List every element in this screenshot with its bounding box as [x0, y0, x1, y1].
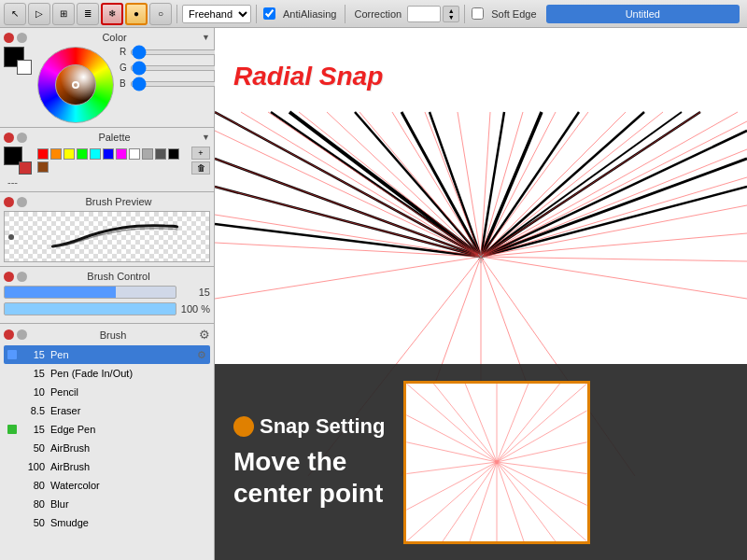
- soft-edge-label: Soft Edge: [491, 8, 536, 20]
- antialias-checkbox[interactable]: [263, 7, 275, 20]
- brush-item-9[interactable]: 50 Smudge: [4, 513, 210, 532]
- brush-item-5[interactable]: 50 AirBrush: [4, 439, 210, 457]
- brush-item-4[interactable]: 15 Edge Pen: [4, 420, 210, 439]
- move-center-text: Move the center point: [233, 446, 385, 509]
- correction-input[interactable]: 0: [407, 6, 441, 22]
- size-slider[interactable]: [4, 286, 176, 299]
- b-label: B: [120, 78, 129, 89]
- brush-settings-0[interactable]: ⚙: [197, 349, 206, 361]
- bp-collapse[interactable]: [17, 197, 27, 207]
- info-text-area: Snap Setting Move the center point: [233, 414, 385, 509]
- size-row: 15: [4, 286, 210, 299]
- bl-collapse[interactable]: [17, 329, 27, 340]
- brush-item-3[interactable]: 8.5 Eraser: [4, 401, 210, 420]
- color-wheel-container[interactable]: [37, 47, 114, 123]
- color-wheel-cursor: [72, 81, 79, 89]
- bc-close[interactable]: [4, 272, 14, 282]
- brush-color-5: [7, 443, 17, 453]
- palette-expand[interactable]: ▼: [202, 133, 210, 142]
- brush-list-section: Brush ⚙ 15 Pen ⚙ 15 Pen (Fade In/Out) 10…: [0, 324, 214, 560]
- color-close-btn[interactable]: [4, 33, 14, 43]
- bc-collapse[interactable]: [17, 272, 27, 282]
- palette-dash: ---: [4, 176, 210, 188]
- palette-item[interactable]: [90, 148, 101, 160]
- color-header: Color ▼: [4, 32, 210, 43]
- tool-next[interactable]: ▷: [28, 3, 50, 25]
- bp-controls: [4, 197, 27, 207]
- palette-del-btn[interactable]: 🗑: [191, 161, 210, 175]
- tool-radial[interactable]: ❄: [101, 3, 123, 25]
- brush-gear-icon[interactable]: ⚙: [199, 328, 210, 342]
- palette-item[interactable]: [77, 148, 88, 160]
- document-title: Untitled: [546, 5, 740, 23]
- canvas-area[interactable]: Radial Snap Snap Setting Move the center…: [215, 28, 747, 560]
- thumbnail-preview: [403, 381, 590, 544]
- tool-grid2[interactable]: ≣: [77, 3, 99, 25]
- bp-close[interactable]: [4, 197, 14, 207]
- move-center-line2: center point: [233, 478, 385, 510]
- move-center-line1: Move the: [233, 446, 385, 478]
- brush-color-1: [7, 369, 17, 378]
- brush-item-1[interactable]: 15 Pen (Fade In/Out): [4, 364, 210, 383]
- brush-color-9: [7, 518, 17, 527]
- brush-color-8: [7, 499, 17, 509]
- brush-num-4: 15: [22, 424, 45, 435]
- info-panel: Snap Setting Move the center point: [215, 364, 747, 560]
- color-collapse-btn[interactable]: [17, 33, 27, 43]
- brush-color-6: [7, 462, 17, 471]
- palette-item[interactable]: [63, 148, 75, 160]
- opacity-slider[interactable]: [4, 302, 176, 315]
- correction-label: Correction: [354, 8, 402, 20]
- palette-item[interactable]: [103, 148, 114, 160]
- brush-num-7: 80: [22, 480, 45, 491]
- palette-item[interactable]: [142, 148, 153, 160]
- tool-circle[interactable]: ○: [149, 3, 172, 25]
- fg-bg-swatches: [4, 47, 32, 75]
- color-expand[interactable]: ▼: [202, 33, 210, 42]
- tool-move[interactable]: ↖: [4, 3, 26, 25]
- palette-grid: [37, 148, 186, 173]
- opacity-row: 100 %: [4, 302, 210, 315]
- palette-item[interactable]: [37, 148, 49, 160]
- palette-item[interactable]: [116, 148, 127, 160]
- brush-name-0: Pen: [50, 349, 191, 360]
- palette-collapse[interactable]: [17, 133, 27, 143]
- palette-add-btn[interactable]: +: [191, 147, 210, 160]
- orange-dot-icon: [233, 416, 254, 437]
- brush-color-4: [7, 425, 17, 434]
- brush-name-7: Watercolor: [50, 480, 206, 491]
- correction-stepper[interactable]: ▲▼: [443, 6, 459, 22]
- brush-item-7[interactable]: 80 Watercolor: [4, 476, 210, 495]
- tool-dot[interactable]: ●: [125, 3, 148, 25]
- tool-grid1[interactable]: ⊞: [52, 3, 75, 25]
- brush-name-6: AirBrush: [50, 461, 206, 472]
- palette-controls: [4, 133, 27, 143]
- palette-close[interactable]: [4, 133, 14, 143]
- palette-bg[interactable]: [19, 161, 32, 175]
- brush-num-3: 8.5: [22, 405, 45, 416]
- bl-close[interactable]: [4, 329, 14, 340]
- palette-item[interactable]: [37, 161, 49, 173]
- palette-title: Palette: [27, 132, 202, 143]
- bc-controls: [4, 272, 27, 282]
- brush-name-4: Edge Pen: [50, 424, 206, 435]
- sep4: [464, 5, 465, 23]
- bg-swatch[interactable]: [17, 60, 32, 75]
- palette-item[interactable]: [168, 148, 179, 160]
- brush-num-6: 100: [22, 461, 45, 472]
- soft-edge-checkbox[interactable]: [472, 7, 484, 20]
- brush-name-2: Pencil: [50, 386, 206, 398]
- bc-header: Brush Control: [4, 271, 210, 282]
- palette-row: + 🗑: [4, 147, 210, 175]
- sep2: [256, 5, 257, 23]
- brush-item-2[interactable]: 10 Pencil: [4, 383, 210, 401]
- palette-item[interactable]: [155, 148, 166, 160]
- brush-mode-select[interactable]: Freehand: [182, 5, 251, 23]
- brush-item-6[interactable]: 100 AirBrush: [4, 457, 210, 476]
- palette-item[interactable]: [129, 148, 140, 160]
- palette-item[interactable]: [50, 148, 62, 160]
- brush-item-8[interactable]: 80 Blur: [4, 495, 210, 513]
- brush-color-2: [7, 387, 17, 397]
- opacity-value: 100 %: [180, 303, 210, 315]
- brush-item-0[interactable]: 15 Pen ⚙: [4, 345, 210, 364]
